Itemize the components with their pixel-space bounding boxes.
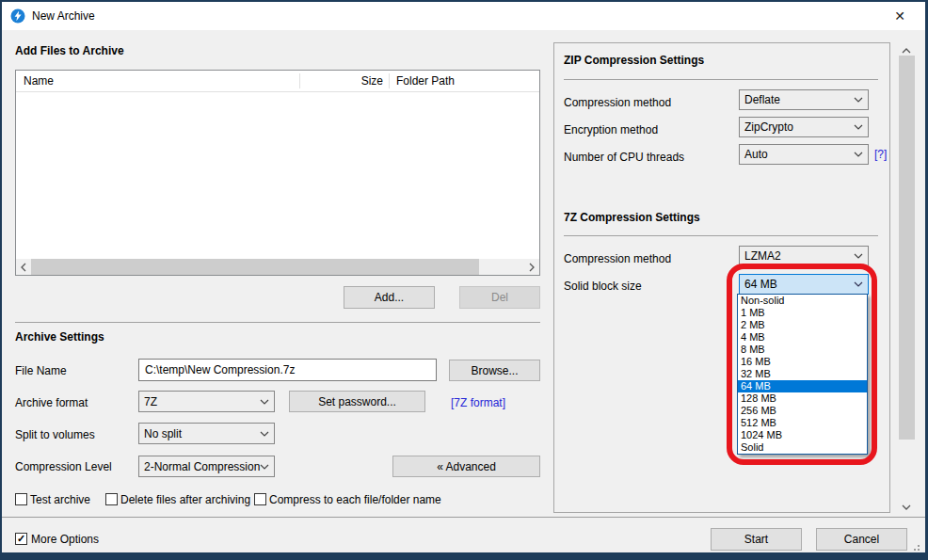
compression-level-value: 2-Normal Compression <box>144 460 260 473</box>
file-name-label: File Name <box>15 364 67 377</box>
column-header-name[interactable]: Name <box>24 71 54 91</box>
set-password-button[interactable]: Set password... <box>289 391 425 412</box>
advanced-button[interactable]: « Advanced <box>392 456 540 477</box>
solid-block-size-select[interactable]: 64 MB <box>739 274 869 295</box>
zip-encryption-method-label: Encryption method <box>564 123 658 136</box>
cpu-threads-help-link[interactable]: [?] <box>874 148 887 161</box>
zip-encryption-method-value: ZipCrypto <box>744 120 793 134</box>
header-underline <box>16 91 539 92</box>
column-divider[interactable] <box>389 73 390 88</box>
test-archive-label: Test archive <box>30 493 90 506</box>
column-header-folder-path[interactable]: Folder Path <box>396 71 455 91</box>
cpu-threads-value: Auto <box>744 148 768 161</box>
dropdown-option-solid[interactable]: Solid <box>738 441 867 454</box>
scroll-left-icon[interactable] <box>16 259 31 275</box>
delete-files-checkbox[interactable] <box>105 493 118 505</box>
archive-settings-heading: Archive Settings <box>15 330 104 344</box>
dropdown-option-non-solid[interactable]: Non-solid <box>738 295 867 307</box>
vertical-scroll-thumb[interactable] <box>899 56 915 440</box>
footer-divider <box>2 517 928 518</box>
dropdown-option-1-mb[interactable]: 1 MB <box>738 307 867 319</box>
scroll-down-icon[interactable] <box>899 499 914 515</box>
7z-compression-method-select[interactable]: LZMA2 <box>739 246 869 266</box>
dropdown-option-256-mb[interactable]: 256 MB <box>738 405 867 417</box>
more-options-checkbox[interactable] <box>15 533 27 545</box>
add-button[interactable]: Add... <box>344 286 435 309</box>
zip-compression-method-select[interactable]: Deflate <box>739 89 869 110</box>
split-to-volumes-label: Split to volumes <box>15 428 95 441</box>
start-button[interactable]: Start <box>711 528 802 551</box>
dropdown-option-128-mb[interactable]: 128 MB <box>738 392 867 405</box>
more-options-label: More Options <box>31 533 99 546</box>
cpu-threads-select[interactable]: Auto <box>739 144 869 165</box>
7z-settings-heading: 7Z Compression Settings <box>564 211 700 224</box>
dropdown-option-64-mb[interactable]: 64 MB <box>738 380 867 392</box>
chevron-down-icon <box>854 124 863 130</box>
resize-grip[interactable] <box>910 541 920 551</box>
file-list[interactable]: Name Size Folder Path <box>15 70 540 276</box>
vertical-scrollbar[interactable] <box>899 42 915 515</box>
new-archive-dialog: New Archive ✕ Add Files to Archive Name … <box>0 0 928 560</box>
chevron-down-icon <box>854 281 863 287</box>
close-button[interactable]: ✕ <box>884 2 916 30</box>
dropdown-option-4-mb[interactable]: 4 MB <box>738 331 867 344</box>
chevron-down-icon <box>260 464 269 470</box>
compression-level-label: Compression Level <box>15 460 112 473</box>
file-list-header[interactable]: Name Size Folder Path <box>16 71 539 91</box>
7z-format-link[interactable]: [7Z format] <box>451 396 505 409</box>
compression-level-select[interactable]: 2-Normal Compression <box>138 456 275 477</box>
delete-files-label: Delete files after archiving <box>120 493 250 506</box>
chevron-down-icon <box>260 399 269 405</box>
column-header-size[interactable]: Size <box>327 71 383 91</box>
title-bar[interactable]: New Archive ✕ <box>2 2 925 30</box>
zip-compression-method-value: Deflate <box>744 93 780 106</box>
add-files-heading: Add Files to Archive <box>15 44 124 57</box>
compress-each-checkbox[interactable] <box>254 493 266 505</box>
solid-block-size-dropdown[interactable]: Non-solid1 MB2 MB4 MB8 MB16 MB32 MB64 MB… <box>737 294 868 455</box>
dropdown-option-1024-mb[interactable]: 1024 MB <box>738 429 867 441</box>
window-title: New Archive <box>32 2 95 30</box>
del-button: Del <box>459 286 540 309</box>
browse-button[interactable]: Browse... <box>449 360 540 381</box>
zip-heading-divider <box>564 79 878 80</box>
dropdown-option-2-mb[interactable]: 2 MB <box>738 319 867 331</box>
solid-block-size-value: 64 MB <box>744 278 777 291</box>
split-to-volumes-select[interactable]: No split <box>138 423 275 444</box>
column-divider[interactable] <box>299 73 300 88</box>
chevron-down-icon <box>854 253 863 259</box>
solid-block-size-label: Solid block size <box>564 280 642 293</box>
file-name-input[interactable] <box>138 359 437 381</box>
cpu-threads-label: Number of CPU threads <box>564 151 684 164</box>
horizontal-scroll-thumb[interactable] <box>31 259 479 275</box>
zip-settings-heading: ZIP Compression Settings <box>564 54 704 67</box>
compress-each-label: Compress to each file/folder name <box>269 493 441 506</box>
section-divider <box>15 322 540 323</box>
cancel-button[interactable]: Cancel <box>816 528 907 551</box>
chevron-down-icon <box>854 152 863 157</box>
archive-format-select[interactable]: 7Z <box>138 391 275 412</box>
app-icon <box>10 8 25 24</box>
test-archive-checkbox[interactable] <box>15 493 27 505</box>
zip-compression-method-label: Compression method <box>564 96 671 109</box>
7z-compression-method-value: LZMA2 <box>744 249 781 263</box>
zip-encryption-method-select[interactable]: ZipCrypto <box>739 117 869 137</box>
archive-format-label: Archive format <box>15 396 88 409</box>
scroll-right-icon[interactable] <box>524 259 539 275</box>
split-to-volumes-value: No split <box>144 427 182 440</box>
7z-compression-method-label: Compression method <box>564 252 671 265</box>
horizontal-scrollbar[interactable] <box>16 259 539 275</box>
dropdown-option-8-mb[interactable]: 8 MB <box>738 344 867 356</box>
dropdown-option-512-mb[interactable]: 512 MB <box>738 417 867 429</box>
dropdown-option-32-mb[interactable]: 32 MB <box>738 368 867 380</box>
dropdown-option-16-mb[interactable]: 16 MB <box>738 356 867 368</box>
7z-heading-divider <box>564 235 878 236</box>
chevron-down-icon <box>854 97 863 103</box>
chevron-down-icon <box>260 431 269 437</box>
archive-format-value: 7Z <box>144 395 157 408</box>
